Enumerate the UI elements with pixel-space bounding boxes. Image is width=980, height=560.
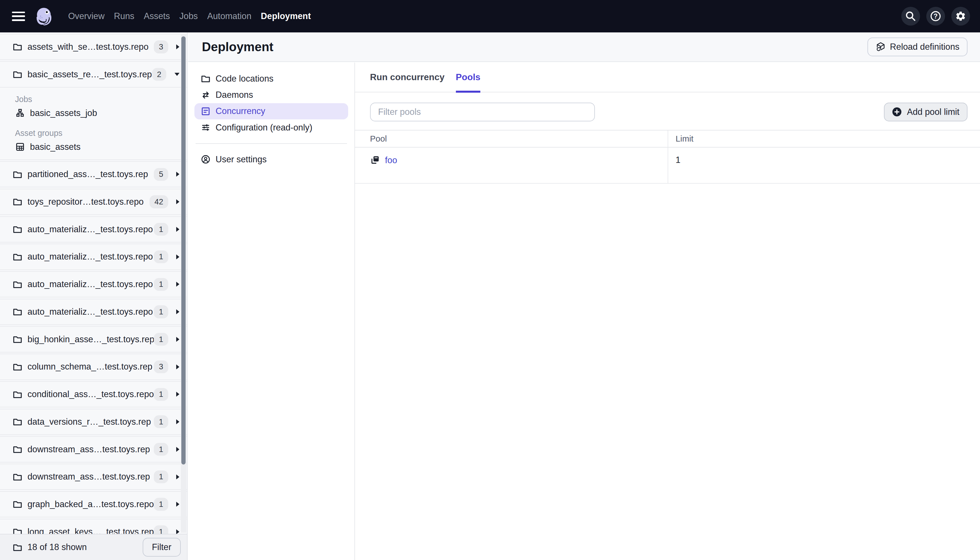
chevron-right-icon[interactable] bbox=[176, 199, 179, 204]
jobs-section-label: Jobs bbox=[15, 94, 187, 105]
nav-item-overview[interactable]: Overview bbox=[68, 11, 105, 21]
sidebar-scrollbar-thumb[interactable] bbox=[181, 37, 186, 465]
search-button[interactable] bbox=[901, 7, 920, 26]
sidebar-repo-row[interactable]: assets_with_se…test.toys.repo 3 bbox=[0, 34, 187, 60]
sidebar-job-item[interactable]: basic_assets_job bbox=[15, 105, 187, 121]
repo-card: data_versions_r…_test.toys.rep 1 bbox=[0, 409, 187, 435]
chevron-right-icon[interactable] bbox=[176, 529, 179, 534]
repo-count-badge: 1 bbox=[154, 388, 168, 401]
pool-link[interactable]: foo bbox=[385, 155, 397, 165]
chevron-right-icon[interactable] bbox=[176, 365, 179, 370]
repo-card: partitioned_ass…_test.toys.rep 5 bbox=[0, 161, 187, 187]
folder-icon bbox=[13, 527, 22, 534]
sidebar-repo-row[interactable]: partitioned_ass…_test.toys.rep 5 bbox=[0, 161, 187, 187]
nav-item-jobs[interactable]: Jobs bbox=[179, 11, 198, 21]
repo-label: long_asset_keys…_test.toys.rep bbox=[28, 527, 154, 534]
folder-icon bbox=[13, 280, 22, 289]
tab-run-concurrency[interactable]: Run concurrency bbox=[370, 63, 444, 92]
subnav-user-settings[interactable]: User settings bbox=[195, 151, 348, 167]
subnav-daemons[interactable]: Daemons bbox=[195, 87, 348, 103]
left-sidebar: assets_with_se…test.toys.repo 3 basic_as… bbox=[0, 32, 188, 560]
sidebar-repo-row[interactable]: downstream_ass…test.toys.rep 1 bbox=[0, 436, 187, 462]
sidebar-repo-row[interactable]: auto_materializ…_test.toys.repo 1 bbox=[0, 271, 187, 297]
chevron-down-icon[interactable] bbox=[175, 73, 180, 76]
chevron-right-icon[interactable] bbox=[176, 419, 179, 424]
nav-item-runs[interactable]: Runs bbox=[114, 11, 135, 21]
settings-button[interactable] bbox=[951, 7, 970, 26]
sidebar-repo-row[interactable]: basic_assets_re…_test.toys.rep 2 bbox=[0, 61, 187, 87]
chevron-right-icon[interactable] bbox=[176, 172, 179, 177]
chevron-right-icon[interactable] bbox=[176, 254, 179, 260]
chevron-right-icon[interactable] bbox=[176, 44, 179, 50]
repo-card: conditional_ass…_test.toys.repo 1 bbox=[0, 381, 187, 407]
repo-label: conditional_ass…_test.toys.repo bbox=[28, 389, 154, 399]
limit-cell: 1 bbox=[668, 148, 980, 183]
add-pool-limit-button[interactable]: Add pool limit bbox=[884, 103, 967, 122]
nav-actions: ? bbox=[901, 7, 970, 26]
repo-label: data_versions_r…_test.toys.rep bbox=[28, 417, 151, 427]
sidebar-repo-row[interactable]: column_schema_…test.toys.rep 3 bbox=[0, 353, 187, 380]
repo-count-text: 18 of 18 shown bbox=[28, 542, 87, 552]
folder-icon bbox=[13, 472, 22, 482]
reload-definitions-button[interactable]: Reload definitions bbox=[867, 38, 967, 56]
dagster-logo[interactable] bbox=[34, 6, 54, 26]
repo-label: assets_with_se…test.toys.repo bbox=[28, 42, 149, 52]
chevron-right-icon[interactable] bbox=[176, 282, 179, 287]
help-button[interactable]: ? bbox=[926, 7, 945, 26]
chevron-right-icon[interactable] bbox=[176, 475, 179, 480]
sidebar-repo-row[interactable]: auto_materializ…_test.toys.repo 1 bbox=[0, 299, 187, 325]
chevron-right-icon[interactable] bbox=[176, 502, 179, 507]
repo-card: long_asset_keys…_test.toys.rep 1 bbox=[0, 519, 187, 534]
dagster-app: Overview Runs Assets Jobs Automation Dep… bbox=[0, 0, 980, 560]
folder-icon bbox=[13, 197, 22, 207]
repo-label: partitioned_ass…_test.toys.rep bbox=[28, 169, 148, 179]
subnav-label: Configuration (read-only) bbox=[216, 123, 312, 133]
nav-item-automation[interactable]: Automation bbox=[207, 11, 251, 21]
subnav-label: User settings bbox=[216, 154, 267, 165]
subnav-code-locations[interactable]: Code locations bbox=[195, 70, 348, 87]
sidebar-repo-row[interactable]: auto_materializ…_test.toys.repo 1 bbox=[0, 243, 187, 270]
repo-label: auto_materializ…_test.toys.repo bbox=[28, 307, 153, 317]
subnav-configuration[interactable]: Configuration (read-only) bbox=[195, 119, 348, 136]
column-header-limit: Limit bbox=[668, 130, 980, 147]
sidebar-repo-row[interactable]: data_versions_r…_test.toys.rep 1 bbox=[0, 409, 187, 435]
repo-count-badge: 2 bbox=[152, 68, 166, 81]
repo-count-badge: 1 bbox=[154, 525, 168, 534]
subnav-concurrency[interactable]: Concurrency bbox=[195, 103, 348, 119]
sidebar-repo-row[interactable]: toys_repositor…test.toys.repo 42 bbox=[0, 189, 187, 215]
pools-table: Pool Limit foo 1 bbox=[355, 130, 980, 183]
folder-icon bbox=[13, 542, 22, 552]
chevron-right-icon[interactable] bbox=[176, 447, 179, 452]
chevron-right-icon[interactable] bbox=[176, 227, 179, 232]
chevron-right-icon[interactable] bbox=[176, 309, 179, 314]
job-label: basic_assets_job bbox=[30, 108, 97, 118]
sidebar-repo-row[interactable]: long_asset_keys…_test.toys.rep 1 bbox=[0, 519, 187, 534]
pool-table-row: foo 1 bbox=[355, 148, 980, 184]
nav-item-deployment[interactable]: Deployment bbox=[261, 11, 311, 21]
repo-count-badge: 1 bbox=[154, 305, 168, 318]
tab-pools[interactable]: Pools bbox=[456, 63, 481, 92]
nav-item-assets[interactable]: Assets bbox=[144, 11, 170, 21]
sidebar-repo-row[interactable]: conditional_ass…_test.toys.repo 1 bbox=[0, 381, 187, 407]
folder-icon bbox=[13, 224, 22, 234]
sidebar-repo-row[interactable]: downstream_ass…test.toys.rep 1 bbox=[0, 463, 187, 490]
subnav-label: Concurrency bbox=[216, 106, 265, 116]
folder-icon bbox=[13, 390, 22, 399]
sidebar-filter-button[interactable]: Filter bbox=[143, 538, 181, 557]
repo-count-badge: 1 bbox=[154, 443, 168, 456]
sidebar-repo-row[interactable]: auto_materializ…_test.toys.repo 1 bbox=[0, 216, 187, 242]
sidebar-repo-row[interactable]: graph_backed_a…test.toys.repo 1 bbox=[0, 491, 187, 517]
repo-label: auto_materializ…_test.toys.repo bbox=[28, 279, 153, 289]
sidebar-asset-group-item[interactable]: basic_assets bbox=[15, 139, 187, 155]
repo-label: auto_materializ…_test.toys.repo bbox=[28, 252, 153, 262]
hamburger-menu-icon[interactable] bbox=[12, 12, 25, 21]
sidebar-repo-row[interactable]: big_honkin_asse…_test.toys.rep 1 bbox=[0, 326, 187, 352]
filter-pools-input[interactable] bbox=[370, 103, 595, 122]
configuration-icon bbox=[201, 123, 211, 132]
add-pool-limit-label: Add pool limit bbox=[907, 107, 960, 117]
chevron-right-icon[interactable] bbox=[176, 392, 179, 397]
asset-group-icon bbox=[15, 142, 25, 152]
repo-list: assets_with_se…test.toys.repo 3 basic_as… bbox=[0, 32, 187, 534]
chevron-right-icon[interactable] bbox=[176, 337, 179, 342]
repo-card: toys_repositor…test.toys.repo 42 bbox=[0, 189, 187, 215]
